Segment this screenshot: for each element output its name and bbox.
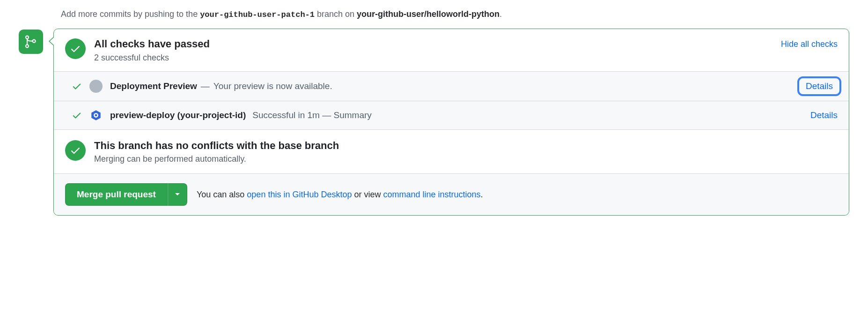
caret-down-icon bbox=[175, 193, 180, 196]
open-github-desktop-link[interactable]: open this in GitHub Desktop bbox=[247, 190, 352, 199]
svg-point-5 bbox=[95, 114, 97, 116]
merge-hint-suffix: . bbox=[481, 190, 483, 199]
checks-header-section: All checks have passed 2 successful chec… bbox=[54, 29, 849, 71]
conflicts-section: This branch has no conflicts with the ba… bbox=[54, 129, 849, 174]
merge-button-group: Merge pull request bbox=[65, 183, 187, 206]
command-line-instructions-link[interactable]: command line instructions bbox=[383, 190, 481, 199]
check-details-link[interactable]: Details bbox=[810, 110, 838, 120]
check-success-icon bbox=[72, 81, 82, 91]
git-merge-icon bbox=[23, 34, 38, 49]
hide-all-checks-link[interactable]: Hide all checks bbox=[781, 37, 838, 49]
check-avatar bbox=[89, 80, 103, 93]
push-hint-suffix: . bbox=[500, 9, 502, 19]
check-success-icon bbox=[72, 110, 82, 120]
svg-point-2 bbox=[33, 40, 36, 43]
hexagon-icon bbox=[90, 109, 102, 121]
conflicts-subtitle: Merging can be performed automatically. bbox=[94, 154, 339, 164]
merge-pull-request-button[interactable]: Merge pull request bbox=[65, 183, 168, 206]
check-message: Successful in 1m — Summary bbox=[252, 110, 371, 120]
check-sep: — bbox=[201, 81, 210, 91]
push-hint: Add more commits by pushing to the your-… bbox=[61, 9, 849, 19]
checks-status-icon bbox=[65, 38, 86, 59]
merge-box: All checks have passed 2 successful chec… bbox=[53, 29, 849, 216]
check-details-link[interactable]: Details bbox=[797, 76, 841, 96]
check-name: preview-deploy (your-project-id) bbox=[110, 110, 246, 120]
svg-point-1 bbox=[26, 45, 29, 47]
merge-hint-prefix: You can also bbox=[197, 190, 247, 199]
check-name: Deployment Preview bbox=[110, 81, 197, 91]
push-hint-branch: your-github-user-patch-1 bbox=[200, 10, 315, 19]
merge-hint-mid: or view bbox=[352, 190, 383, 199]
check-icon bbox=[70, 43, 81, 54]
check-row: preview-deploy (your-project-id) Success… bbox=[54, 101, 849, 129]
merge-options-dropdown[interactable] bbox=[168, 183, 187, 206]
merge-actions: Merge pull request You can also open thi… bbox=[54, 173, 849, 215]
merge-status-badge bbox=[19, 30, 43, 54]
conflicts-title: This branch has no conflicts with the ba… bbox=[94, 139, 339, 153]
svg-point-0 bbox=[26, 36, 29, 39]
push-hint-mid: branch on bbox=[315, 9, 357, 19]
checks-title: All checks have passed bbox=[94, 37, 210, 51]
check-icon bbox=[70, 145, 81, 156]
conflicts-status-icon bbox=[65, 140, 86, 161]
check-row: Deployment Preview — Your preview is now… bbox=[54, 71, 849, 101]
merge-hint: You can also open this in GitHub Desktop… bbox=[197, 190, 483, 200]
checks-subtitle: 2 successful checks bbox=[94, 53, 210, 63]
check-message: Your preview is now available. bbox=[213, 81, 332, 91]
check-avatar bbox=[89, 109, 103, 122]
push-hint-repo: your-github-user/helloworld-python bbox=[357, 9, 500, 19]
push-hint-prefix: Add more commits by pushing to the bbox=[61, 9, 200, 19]
